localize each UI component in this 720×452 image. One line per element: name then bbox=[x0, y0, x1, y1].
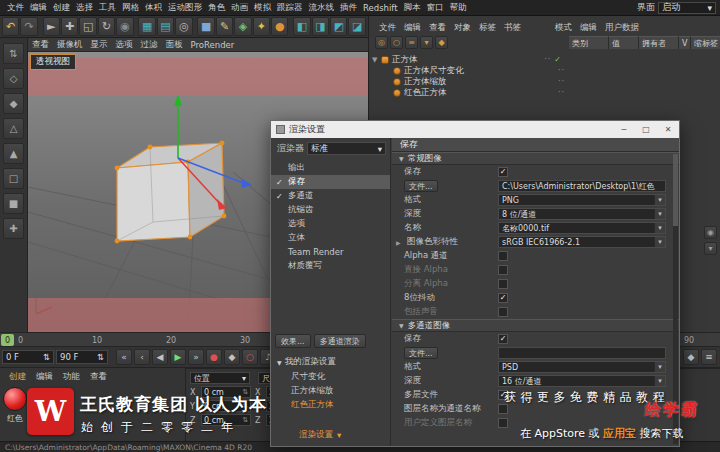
maximize-icon[interactable]: □ bbox=[635, 121, 657, 138]
menu-item-character[interactable]: 角色 bbox=[205, 2, 228, 14]
redo-icon[interactable]: ↷ bbox=[20, 17, 37, 36]
undo-icon[interactable]: ↶ bbox=[2, 17, 19, 36]
search-icon[interactable]: ○ bbox=[390, 36, 403, 49]
alpha-checkbox[interactable]: ✓ bbox=[498, 251, 508, 261]
mograph-icon[interactable]: ◈ bbox=[234, 17, 251, 36]
key-icon[interactable]: ◆ bbox=[435, 36, 448, 49]
renderer-combo[interactable]: 标准 ▾ bbox=[307, 142, 386, 155]
polygon-mode-icon[interactable]: □ bbox=[3, 168, 24, 189]
autokey-button[interactable]: ○ bbox=[242, 349, 258, 365]
preset-size-anim[interactable]: 尺寸变化 bbox=[271, 370, 391, 384]
render-view-icon[interactable]: ▦ bbox=[138, 17, 155, 36]
object-menu-edit[interactable]: 编辑 bbox=[400, 22, 425, 34]
object-menu-tags[interactable]: 标签 bbox=[475, 22, 500, 34]
settings-item-material-override[interactable]: ✓ 材质覆写 bbox=[271, 259, 390, 273]
render-settings-menu-button[interactable]: 渲染设置 ▾ bbox=[299, 429, 341, 441]
material-menu-view[interactable]: 查看 bbox=[85, 371, 112, 383]
settings-item-antialiasing[interactable]: ✓ 抗锯齿 bbox=[271, 203, 390, 217]
viewport-menu-display[interactable]: 显示 bbox=[87, 39, 112, 51]
preset-red-cube[interactable]: 红色正方体 bbox=[271, 398, 391, 412]
goto-end-button[interactable]: » bbox=[188, 349, 204, 365]
effects-button[interactable]: 效果... bbox=[275, 334, 311, 348]
object-menu-bookmarks[interactable]: 书签 bbox=[500, 22, 525, 34]
regular-image-section[interactable]: ▼ 常规图像 bbox=[392, 152, 679, 165]
current-frame-marker[interactable]: 0 bbox=[1, 334, 14, 346]
object-row-cube[interactable]: ▼ 正方体 ·· ✓ bbox=[369, 54, 565, 65]
add-cube-icon[interactable]: ■ bbox=[197, 17, 214, 36]
object-menu-view[interactable]: 查看 bbox=[425, 22, 450, 34]
record-button[interactable]: ● bbox=[206, 349, 222, 365]
multipass-image-section[interactable]: ▼ 多通道图像 bbox=[392, 319, 679, 332]
axis-lock-icon[interactable]: ◪ bbox=[348, 17, 365, 36]
previous-key-button[interactable]: ‹ bbox=[134, 349, 150, 365]
expander-right-icon[interactable]: ▶ bbox=[396, 239, 404, 246]
filter-icon[interactable]: ◎ bbox=[375, 36, 388, 49]
snap-icon[interactable]: ◨ bbox=[312, 17, 329, 36]
viewport-menu-options[interactable]: 选项 bbox=[112, 39, 137, 51]
viewport-menu-prorender[interactable]: ProRender bbox=[187, 40, 239, 50]
viewport-solo-icon[interactable]: ✚ bbox=[3, 218, 24, 239]
quantize-icon[interactable]: ◩ bbox=[330, 17, 347, 36]
menu-icon[interactable]: ≡ bbox=[405, 36, 418, 49]
name-format-select[interactable]: 名称0000.tif▾ bbox=[498, 222, 666, 234]
lock-icon[interactable]: ◉ bbox=[704, 226, 717, 239]
spinner-icon[interactable]: ⇅ bbox=[43, 352, 50, 362]
my-render-settings-header[interactable]: ▼ 我的渲染设置 bbox=[277, 356, 336, 368]
column-category[interactable]: 类别 bbox=[569, 36, 609, 49]
expander-icon[interactable]: ▼ bbox=[372, 56, 377, 64]
menu-item-plugins[interactable]: 插件 bbox=[337, 2, 360, 14]
visibility-dots-icon[interactable]: ·· bbox=[558, 77, 565, 86]
chevron-down-icon[interactable]: ▾ bbox=[420, 36, 433, 49]
pen-tool-icon[interactable]: ✎ bbox=[216, 17, 233, 36]
depth-select[interactable]: 8 位/通道▾ bbox=[498, 208, 666, 220]
visibility-dots-icon[interactable]: ·· bbox=[558, 66, 565, 75]
menu-item-mesh[interactable]: 网格 bbox=[119, 2, 142, 14]
last-tool-icon[interactable]: ◉ bbox=[116, 17, 133, 36]
minimize-icon[interactable]: ─ bbox=[613, 121, 635, 138]
spinner-icon[interactable]: ⇅ bbox=[97, 352, 104, 362]
menu-item-edit[interactable]: 编辑 bbox=[27, 2, 50, 14]
material-menu-create[interactable]: 创建 bbox=[4, 371, 31, 383]
dithering-checkbox[interactable]: ✓ bbox=[498, 293, 508, 303]
object-row-scale-anim[interactable]: 正方体缩放 ·· bbox=[369, 76, 565, 87]
selection-tool-icon[interactable]: ► bbox=[43, 17, 60, 36]
attr-menu-edit[interactable]: 编辑 bbox=[576, 22, 601, 34]
settings-item-save[interactable]: ✓ 保存 bbox=[271, 175, 390, 189]
interface-combo[interactable]: 启动 ▾ bbox=[658, 2, 716, 14]
workplane-icon[interactable]: ◧ bbox=[293, 17, 310, 36]
mp-save-checkbox[interactable]: ✓ bbox=[498, 334, 508, 344]
menu-item-volume[interactable]: 体积 bbox=[142, 2, 165, 14]
red-material-thumbnail[interactable] bbox=[3, 387, 27, 411]
preset-cube-scale[interactable]: 正方体缩放 bbox=[271, 384, 391, 398]
user-layer-names-checkbox[interactable]: ✓ bbox=[498, 418, 508, 428]
menu-item-tracker[interactable]: 跟踪器 bbox=[274, 2, 306, 14]
previous-frame-button[interactable]: ◀ bbox=[152, 349, 168, 365]
make-editable-icon[interactable]: ⇅ bbox=[3, 43, 24, 64]
menu-item-script[interactable]: 脚本 bbox=[401, 2, 424, 14]
model-mode-icon[interactable]: ◇ bbox=[3, 68, 24, 89]
format-select[interactable]: PNG▾ bbox=[498, 194, 666, 206]
attr-menu-mode[interactable]: 模式 bbox=[551, 22, 576, 34]
visibility-dots-icon[interactable]: ·· bbox=[558, 88, 565, 97]
mp-file-path-field[interactable] bbox=[498, 347, 666, 359]
menu-item-tools[interactable]: 工具 bbox=[96, 2, 119, 14]
material-menu-function[interactable]: 功能 bbox=[58, 371, 85, 383]
scale-tool-icon[interactable]: ◱ bbox=[79, 17, 96, 36]
settings-item-multipass[interactable]: ✓ 多通道 bbox=[271, 189, 390, 203]
rotate-tool-icon[interactable]: ↻ bbox=[98, 17, 115, 36]
menu-item-file[interactable]: 文件 bbox=[4, 2, 27, 14]
mp-format-select[interactable]: PSD▾ bbox=[498, 361, 666, 373]
scrollbar-thumb[interactable] bbox=[673, 154, 678, 226]
visibility-dots-icon[interactable]: ·· bbox=[544, 55, 551, 64]
position-mode-combo[interactable]: 位置 ▾ bbox=[190, 372, 250, 384]
settings-item-output[interactable]: ✓ 输出 bbox=[271, 161, 390, 175]
column-value[interactable]: 值 bbox=[609, 36, 639, 49]
column-owner[interactable]: 拥有者 bbox=[639, 36, 679, 49]
include-sound-checkbox[interactable]: ✓ bbox=[498, 307, 508, 317]
settings-item-teamrender[interactable]: ✓ Team Render bbox=[271, 245, 390, 259]
key-icon[interactable]: ◆ bbox=[683, 349, 699, 365]
save-checkbox[interactable]: ✓ bbox=[498, 167, 508, 177]
keyframe-button[interactable]: ◆ bbox=[224, 349, 240, 365]
move-tool-icon[interactable]: ✚ bbox=[61, 17, 78, 36]
object-row-size-anim[interactable]: 正方体尺寸变化 ·· bbox=[369, 65, 565, 76]
